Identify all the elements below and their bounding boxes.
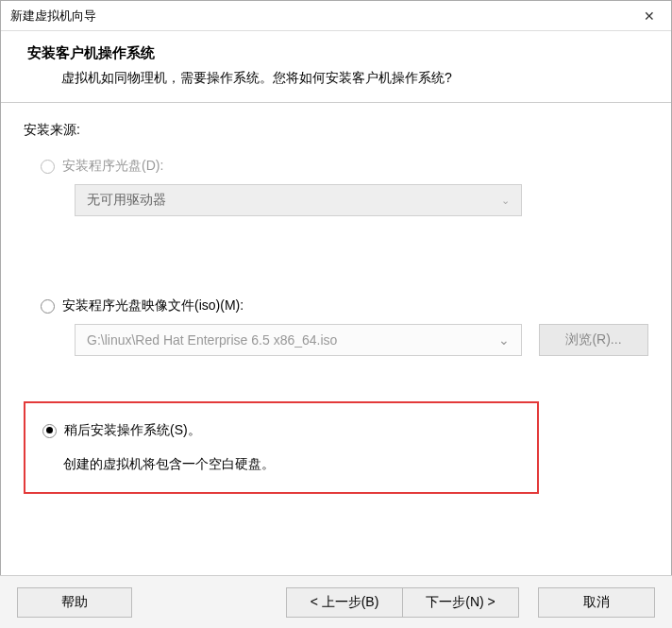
close-button[interactable]: ✕ bbox=[628, 1, 671, 31]
wizard-footer: 帮助 < 上一步(B) 下一步(N) > 取消 bbox=[0, 575, 672, 628]
radio-label: 稍后安装操作系统(S)。 bbox=[64, 422, 201, 439]
option-installer-disc: 安装程序光盘(D): 无可用驱动器 ⌄ bbox=[41, 158, 648, 216]
option-iso-image: 安装程序光盘映像文件(iso)(M): G:\linux\Red Hat Ent… bbox=[41, 297, 648, 356]
chevron-down-icon: ⌄ bbox=[498, 332, 510, 348]
next-button[interactable]: 下一步(N) > bbox=[402, 587, 519, 618]
radio-icon bbox=[42, 424, 57, 438]
wizard-header: 安装客户机操作系统 虚拟机如同物理机，需要操作系统。您将如何安装客户机操作系统? bbox=[1, 31, 671, 103]
radio-iso-image[interactable]: 安装程序光盘映像文件(iso)(M): bbox=[41, 297, 648, 314]
titlebar: 新建虚拟机向导 ✕ bbox=[1, 1, 671, 31]
chevron-down-icon: ⌄ bbox=[501, 195, 510, 207]
radio-label: 安装程序光盘(D): bbox=[62, 158, 163, 175]
browse-button: 浏览(R)... bbox=[539, 324, 648, 356]
option-install-later-highlighted: 稍后安装操作系统(S)。 创建的虚拟机将包含一个空白硬盘。 bbox=[24, 401, 539, 494]
window-title: 新建虚拟机向导 bbox=[10, 8, 96, 25]
page-description: 虚拟机如同物理机，需要操作系统。您将如何安装客户机操作系统? bbox=[27, 70, 645, 87]
close-icon: ✕ bbox=[644, 8, 655, 24]
cancel-button[interactable]: 取消 bbox=[538, 587, 655, 618]
radio-label: 安装程序光盘映像文件(iso)(M): bbox=[62, 297, 244, 314]
back-button[interactable]: < 上一步(B) bbox=[286, 587, 403, 618]
iso-path-value: G:\linux\Red Hat Enterprise 6.5 x86_64.i… bbox=[87, 332, 337, 348]
iso-path-input: G:\linux\Red Hat Enterprise 6.5 x86_64.i… bbox=[75, 324, 522, 356]
radio-install-later[interactable]: 稍后安装操作系统(S)。 bbox=[42, 422, 520, 439]
drive-dropdown: 无可用驱动器 ⌄ bbox=[75, 184, 522, 216]
install-source-label: 安装来源: bbox=[24, 122, 648, 139]
radio-icon bbox=[41, 299, 55, 314]
install-later-description: 创建的虚拟机将包含一个空白硬盘。 bbox=[63, 456, 520, 473]
radio-icon bbox=[41, 160, 55, 174]
help-button[interactable]: 帮助 bbox=[17, 587, 132, 618]
dropdown-value: 无可用驱动器 bbox=[87, 192, 166, 209]
radio-installer-disc: 安装程序光盘(D): bbox=[41, 158, 648, 175]
content-area: 安装来源: 安装程序光盘(D): 无可用驱动器 ⌄ 安装程序光盘映像文件(iso… bbox=[1, 103, 671, 503]
page-title: 安装客户机操作系统 bbox=[27, 44, 645, 62]
